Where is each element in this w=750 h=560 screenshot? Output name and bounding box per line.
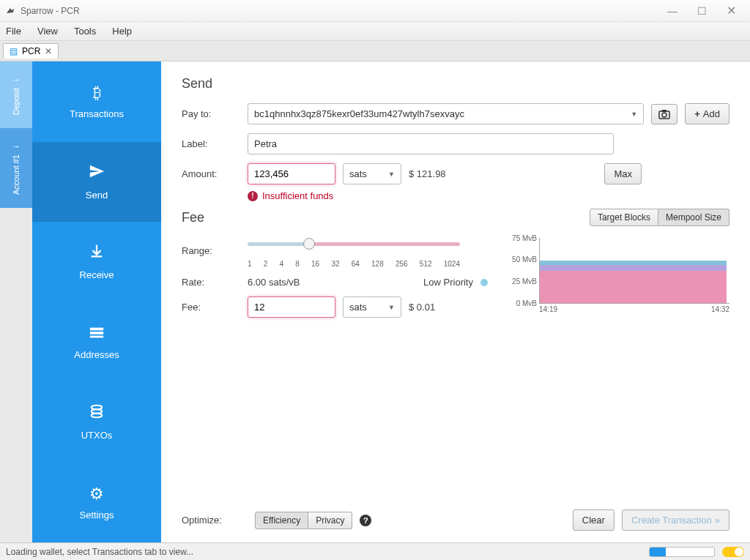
help-icon[interactable]: ? (360, 515, 371, 526)
fee-unit-select[interactable]: sats ▼ (343, 296, 401, 318)
svg-rect-0 (90, 327, 103, 330)
amount-fiat: $ 121.98 (409, 168, 446, 179)
payto-value: bc1qhnnhx3qz875kexr0ef33um427wtylh7sexva… (254, 108, 464, 119)
chevron-down-icon[interactable]: ▼ (388, 171, 395, 178)
sidebar-item-transactions[interactable]: ₿ Transactions (32, 61, 161, 142)
amount-unit-select[interactable]: sats ▼ (343, 163, 401, 184)
connection-toggle[interactable] (722, 547, 744, 557)
sidebar-label: Send (86, 190, 108, 201)
range-ticks: 12481632641282565121024 (248, 260, 460, 268)
arrow-right-icon: → (12, 75, 21, 85)
main-panel: Send Pay to: bc1qhnnhx3qz875kexr0ef33um4… (161, 61, 750, 542)
title-bar: Sparrow - PCR — ☐ ✕ (0, 0, 750, 22)
menu-view[interactable]: View (37, 26, 58, 37)
optimize-label: Optimize: (182, 515, 248, 526)
sidebar-label: Transactions (70, 108, 124, 119)
account-tabs: → Deposit → Account #1 (0, 61, 32, 542)
sidebar-label: UTXOs (81, 430, 113, 441)
chevron-down-icon[interactable]: ▼ (388, 304, 395, 311)
sidebar-item-send[interactable]: Send (32, 142, 161, 223)
addresses-icon (89, 324, 105, 343)
clear-button[interactable]: Clear (573, 509, 615, 531)
svg-rect-8 (662, 110, 667, 112)
close-button[interactable]: ✕ (716, 4, 746, 18)
menu-help[interactable]: Help (112, 26, 132, 37)
range-slider[interactable] (248, 236, 460, 251)
app-logo-icon (4, 5, 16, 17)
sidebar-item-addresses[interactable]: Addresses (32, 302, 161, 383)
fee-title: Fee (182, 210, 590, 225)
fee-input[interactable] (248, 296, 335, 318)
priority-dot-icon (480, 279, 488, 286)
arrow-right-icon: → (12, 141, 21, 152)
add-button[interactable]: +Add (685, 103, 729, 124)
create-transaction-button[interactable]: Create Transaction » (622, 509, 729, 531)
privacy-button[interactable]: Privacy (308, 512, 352, 529)
menu-bar: File View Tools Help (0, 22, 750, 41)
menu-file[interactable]: File (6, 26, 21, 37)
close-tab-icon[interactable]: ✕ (45, 46, 52, 56)
amount-label: Amount: (182, 168, 248, 179)
mempool-chart: 75 MvB 50 MvB 25 MvB 0 MvB (539, 238, 729, 304)
sidebar-item-settings[interactable]: ⚙ Settings (32, 463, 161, 543)
rate-value: 6.00 sats/vB (248, 277, 300, 288)
sidebar-label: Receive (80, 269, 114, 280)
chevron-down-icon[interactable]: ▼ (631, 111, 637, 118)
fee-amount-label: Fee: (182, 302, 248, 313)
sidebar-label: Addresses (74, 349, 119, 360)
rate-label: Rate: (182, 277, 248, 288)
camera-icon (658, 109, 670, 119)
slider-thumb[interactable] (303, 238, 315, 250)
range-label: Range: (182, 245, 248, 256)
error-icon: ! (248, 191, 258, 201)
sidebar-item-utxos[interactable]: UTXOs (32, 382, 161, 463)
max-button[interactable]: Max (604, 163, 642, 184)
send-title: Send (182, 76, 729, 92)
payto-label: Pay to: (182, 108, 248, 119)
utxos-icon (89, 403, 105, 424)
svg-rect-1 (90, 332, 103, 335)
maximize-button[interactable]: ☐ (687, 5, 716, 17)
fee-mode-segment: Target Blocks Mempool Size (590, 209, 729, 226)
status-text: Loading wallet, select Transactions tab … (6, 547, 193, 557)
wallet-icon: ▤ (10, 46, 18, 56)
svg-rect-2 (90, 335, 103, 337)
chart-x-start: 14:19 (539, 305, 557, 313)
gear-icon: ⚙ (89, 485, 104, 504)
sidebar-label: Settings (80, 509, 114, 520)
fee-fiat: $ 0.01 (409, 302, 435, 313)
bitcoin-icon: ₿ (93, 83, 101, 102)
label-label: Label: (182, 138, 248, 149)
tab-strip: ▤ PCR ✕ (0, 41, 750, 61)
wallet-tab-label: PCR (22, 46, 40, 56)
mempool-size-button[interactable]: Mempool Size (658, 209, 729, 226)
window-title: Sparrow - PCR (21, 6, 80, 16)
deposit-tab[interactable]: → Deposit (0, 61, 32, 128)
sidebar-item-receive[interactable]: Receive (32, 222, 161, 302)
svg-point-7 (662, 113, 667, 117)
minimize-button[interactable]: — (658, 5, 687, 17)
error-message: ! Insufficient funds (248, 190, 729, 201)
efficiency-button[interactable]: Efficiency (255, 512, 308, 529)
menu-tools[interactable]: Tools (74, 26, 96, 37)
chart-x-end: 14:32 (711, 305, 729, 313)
target-blocks-button[interactable]: Target Blocks (590, 209, 658, 226)
sidebar: ₿ Transactions Send Receive Addresses UT… (32, 61, 161, 542)
camera-button[interactable] (651, 104, 677, 124)
receive-icon (89, 243, 105, 264)
status-bar: Loading wallet, select Transactions tab … (0, 542, 750, 560)
send-icon (89, 163, 105, 184)
sync-progress (649, 547, 715, 557)
amount-input[interactable] (248, 163, 335, 184)
payto-input[interactable]: bc1qhnnhx3qz875kexr0ef33um427wtylh7sexva… (248, 103, 644, 124)
label-input[interactable] (248, 133, 614, 154)
priority-text: Low Priority (423, 277, 473, 288)
svg-point-5 (92, 414, 103, 418)
wallet-tab[interactable]: ▤ PCR ✕ (3, 43, 59, 59)
account1-tab[interactable]: → Account #1 (0, 128, 32, 208)
